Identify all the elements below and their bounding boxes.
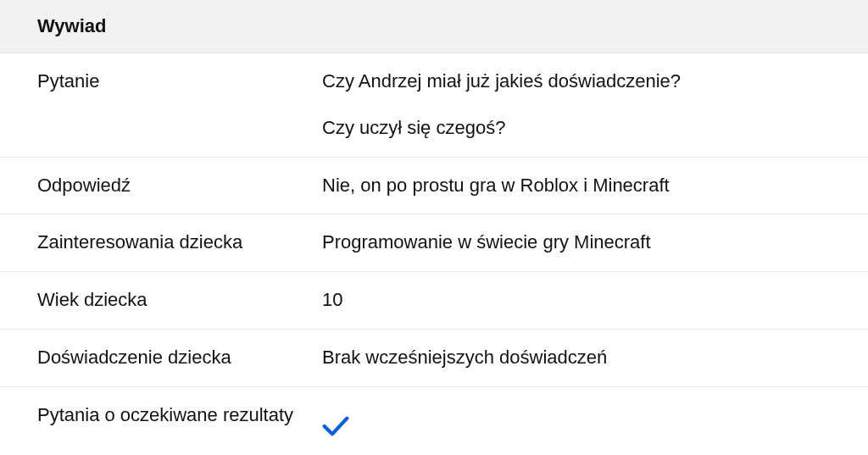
row-label: Zainteresowania dziecka (37, 230, 322, 256)
row-label: Doświadczenie dziecka (37, 345, 322, 371)
row-question: Pytanie Czy Andrzej miał już jakieś dośw… (0, 53, 868, 158)
question-line-2: Czy uczył się czegoś? (322, 115, 834, 141)
row-value: Nie, on po prostu gra w Roblox i Minecra… (322, 173, 834, 199)
row-value: Programowanie w świecie gry Minecraft (322, 230, 834, 256)
row-interests: Zainteresowania dziecka Programowanie w … (0, 214, 868, 272)
question-line-1: Czy Andrzej miał już jakieś doświadczeni… (322, 69, 834, 95)
check-icon (322, 414, 349, 438)
section-title: Wywiad (37, 15, 834, 37)
row-expected-results: Pytania o oczekiwane rezultaty (0, 387, 868, 455)
row-age: Wiek dziecka 10 (0, 272, 868, 330)
row-value: Brak wcześniejszych doświadczeń (322, 345, 834, 371)
row-value: Czy Andrzej miał już jakieś doświadczeni… (322, 69, 834, 141)
section-header: Wywiad (0, 0, 868, 53)
row-experience: Doświadczenie dziecka Brak wcześniejszyc… (0, 330, 868, 387)
row-value (322, 402, 834, 450)
row-label: Pytania o oczekiwane rezultaty (37, 402, 322, 429)
row-label: Pytanie (37, 69, 322, 95)
row-value: 10 (322, 287, 834, 314)
row-label: Odpowiedź (37, 173, 322, 199)
row-label: Wiek dziecka (37, 287, 322, 314)
row-answer: Odpowiedź Nie, on po prostu gra w Roblox… (0, 158, 868, 215)
